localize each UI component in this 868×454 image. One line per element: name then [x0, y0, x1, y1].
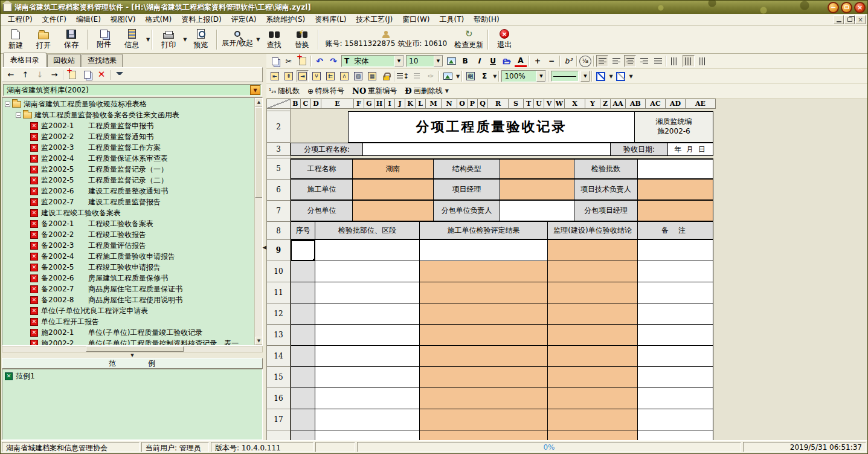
insert-row-below-button[interactable]: ⇞	[283, 70, 295, 82]
image-dropdown-arrow[interactable]: ▼	[456, 74, 460, 79]
supervisor-conclusion-cell[interactable]	[548, 325, 638, 346]
tree-item[interactable]: ✕ 备2002-8 商品房屋住宅工程使用说明书	[2, 294, 262, 305]
contractor-result-cell[interactable]	[420, 282, 548, 303]
contractor-result-cell[interactable]	[420, 409, 548, 430]
vertical-align-bottom-button[interactable]	[696, 55, 709, 67]
column-header[interactable]: AB	[626, 99, 646, 109]
form-value-cell[interactable]	[353, 201, 434, 222]
batch-location-cell[interactable]	[315, 282, 420, 303]
line-style-select[interactable]	[551, 71, 579, 82]
seq-cell[interactable]	[291, 367, 315, 388]
column-header[interactable]: U	[534, 99, 544, 109]
batch-location-cell[interactable]	[315, 346, 420, 367]
menu-item[interactable]: 资料库(L)	[310, 13, 351, 26]
batch-location-cell[interactable]	[315, 240, 420, 261]
seq-cell[interactable]	[291, 409, 315, 430]
align-left-button[interactable]	[610, 55, 622, 67]
row-number[interactable]: 13	[266, 325, 291, 346]
menu-item[interactable]: 视图(V)	[106, 13, 141, 26]
batch-location-cell[interactable]	[315, 303, 420, 325]
tree-item[interactable]: ✕ 备2002-5 工程竣工验收申请报告	[2, 262, 262, 273]
diagonal-line2-button[interactable]	[615, 70, 627, 82]
form-value-cell[interactable]	[638, 158, 713, 180]
row-number[interactable]: 6	[266, 180, 291, 201]
scroll-thumb[interactable]	[86, 346, 184, 352]
tree-item[interactable]: ✕ 监2002-5 工程质量监督记录（一）	[2, 164, 262, 175]
acceptance-date-value-cell[interactable]: 年 月 日	[668, 143, 713, 156]
remarks-cell[interactable]	[638, 367, 713, 388]
supervisor-conclusion-cell[interactable]	[548, 430, 638, 440]
tree-vertical-scrollbar[interactable]: ▲ ▼	[254, 98, 262, 345]
maximize-button[interactable]	[841, 2, 852, 13]
batch-location-cell[interactable]	[315, 367, 420, 388]
down-arrow-button[interactable]: ↓	[34, 69, 46, 80]
remarks-cell[interactable]	[638, 303, 713, 325]
contractor-result-cell[interactable]	[420, 367, 548, 388]
replace-button[interactable]: ⚡ 替换	[288, 27, 316, 52]
row-number[interactable]	[266, 430, 291, 440]
zoom-select[interactable]: 100% ▼	[501, 70, 546, 82]
form-value-cell[interactable]: 湖南	[353, 158, 434, 180]
tree-item[interactable]: ✕ 施2002-2 单位(子单位)工程质量控制资料核查记录 表一	[2, 338, 262, 346]
row-number[interactable]: 3	[266, 143, 291, 156]
column-header[interactable]: J	[395, 99, 405, 109]
mdi-restore-button[interactable]	[844, 15, 855, 24]
seq-cell[interactable]	[291, 261, 315, 282]
seq-cell[interactable]	[291, 430, 315, 440]
shading-button[interactable]: ▨	[352, 70, 364, 82]
font-size-select[interactable]: 10 ▼	[406, 55, 443, 67]
tree-item[interactable]: ✕ 备2002-2 工程竣工验收报告	[2, 229, 262, 240]
menu-item[interactable]: 窗口(W)	[397, 13, 434, 26]
row-number[interactable]: 10	[266, 261, 291, 282]
open-button[interactable]: 打开	[30, 27, 57, 52]
select-all-corner[interactable]	[266, 99, 291, 109]
column-header[interactable]: I	[385, 99, 395, 109]
supervisor-conclusion-cell[interactable]	[548, 240, 638, 261]
remarks-cell[interactable]	[638, 240, 713, 261]
column-header[interactable]: T	[524, 99, 534, 109]
collapse-box-icon[interactable]	[16, 112, 21, 118]
merge-cells-button[interactable]: ⇇	[324, 70, 336, 82]
tab-recycle-bin[interactable]: 回收站	[47, 54, 81, 67]
find-button[interactable]: 查找	[260, 27, 288, 52]
column-header[interactable]: X	[565, 99, 585, 109]
supervisor-conclusion-cell[interactable]	[548, 388, 638, 409]
collapse-box-icon[interactable]	[5, 102, 10, 107]
seq-cell[interactable]	[291, 240, 315, 261]
supervisor-conclusion-cell[interactable]	[548, 282, 638, 303]
diagonal-dropdown-arrow[interactable]: ▼	[609, 74, 612, 79]
undo-button[interactable]: ↶	[313, 55, 326, 67]
sheet-title-cell[interactable]: 分项工程质量验收记录	[348, 111, 635, 143]
tree-item[interactable]: ✕ 监2002-4 工程质量保证体系审查表	[2, 153, 262, 164]
tree-item[interactable]: ✕ 监2002-5 工程质量监督记录（二）	[2, 175, 262, 186]
menu-item[interactable]: 文件(F)	[37, 13, 71, 26]
column-header[interactable]: F	[354, 99, 364, 109]
exit-button[interactable]: × 退出	[490, 27, 518, 52]
line-style-dropdown-button[interactable]: ▼	[580, 71, 590, 82]
column-header[interactable]: W	[555, 99, 565, 109]
add-table-button[interactable]	[66, 69, 79, 80]
seq-cell[interactable]	[291, 282, 315, 303]
tree-horizontal-scrollbar[interactable]	[2, 346, 263, 352]
seq-cell[interactable]	[291, 325, 315, 346]
form-value-cell[interactable]	[353, 180, 434, 201]
renumber-button[interactable]: NO 重新编号	[352, 86, 397, 96]
new-button[interactable]: 新建	[2, 27, 30, 52]
seq-cell[interactable]	[291, 346, 315, 367]
underline-button[interactable]: U	[487, 55, 499, 67]
menu-item[interactable]: 技术工艺(J)	[351, 13, 397, 26]
copy-button[interactable]	[269, 55, 281, 67]
paragraph-spacing-button[interactable]	[411, 70, 423, 82]
library-dropdown-button[interactable]: ▼	[250, 85, 260, 95]
row-number[interactable]: 9	[266, 240, 291, 261]
scroll-down-button[interactable]: ▼	[255, 337, 263, 345]
lock-cell-button[interactable]	[380, 70, 392, 82]
increase-button[interactable]: +	[532, 55, 544, 67]
column-header[interactable]: L	[416, 99, 426, 109]
form-value-cell[interactable]	[500, 201, 574, 222]
font-dropdown-button[interactable]: ▼	[394, 56, 403, 66]
remarks-cell[interactable]	[638, 261, 713, 282]
cut-button[interactable]: ✂	[283, 55, 295, 67]
column-header[interactable]: AC	[646, 99, 666, 109]
tree-item[interactable]: ✕ 监2002-6 建设工程质量整改通知书	[2, 186, 262, 196]
